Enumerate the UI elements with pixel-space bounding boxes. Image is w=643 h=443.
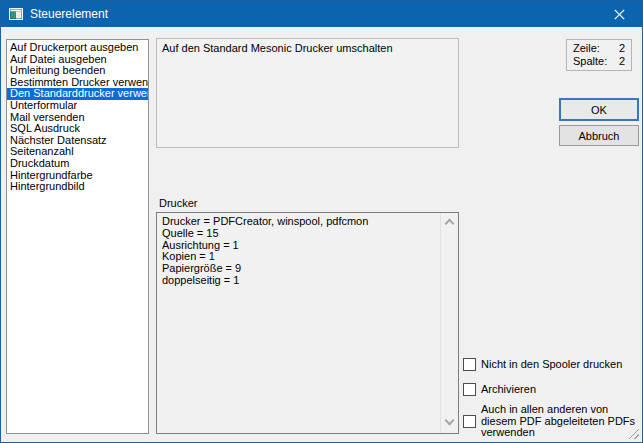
column-label: Spalte: [573, 55, 607, 68]
list-item[interactable]: Hintergrundbild [7, 181, 148, 193]
column-value: 2 [619, 55, 625, 68]
checkbox-icon[interactable] [463, 415, 476, 428]
checkbox-label: Auch in allen anderen von diesem PDF abg… [481, 404, 641, 439]
scroll-up-icon[interactable] [445, 219, 455, 229]
checkbox-label: Nicht in den Spooler drucken [481, 359, 622, 371]
checkbox-row-no-spooler[interactable]: Nicht in den Spooler drucken [463, 358, 622, 371]
row-label: Zeile: [573, 42, 600, 55]
ok-button[interactable]: OK [559, 98, 639, 121]
action-listbox[interactable]: Auf Druckerport ausgeben Auf Datei ausge… [6, 39, 149, 434]
checkbox-icon[interactable] [463, 383, 476, 396]
row-value: 2 [619, 42, 625, 55]
list-item[interactable]: SQL Ausdruck [7, 123, 148, 135]
checkbox-label: Archivieren [481, 384, 536, 396]
list-item[interactable]: Druckdatum [7, 158, 148, 170]
cancel-button[interactable]: Abbruch [559, 125, 639, 146]
window-title: Steuerelement [30, 7, 108, 21]
position-frame: Zeile: 2 Spalte: 2 [566, 39, 632, 71]
vertical-scrollbar[interactable] [440, 213, 458, 433]
close-button[interactable] [597, 1, 642, 27]
dialog-window: Steuerelement Auf Druckerport ausgeben A… [0, 0, 643, 443]
close-icon [614, 9, 625, 20]
list-item[interactable]: Unterformular [7, 100, 148, 112]
form-icon [9, 8, 23, 20]
printer-setting: doppelseitig = 1 [162, 275, 436, 287]
scroll-down-icon[interactable] [445, 416, 455, 426]
printer-settings-textbox[interactable]: Drucker = PDFCreator, winspool, pdfcmon … [156, 212, 459, 434]
checkbox-icon[interactable] [463, 358, 476, 371]
printer-section-label: Drucker [159, 197, 198, 209]
printer-setting: Quelle = 15 [162, 228, 436, 240]
title-bar[interactable]: Steuerelement [1, 1, 642, 27]
checkbox-row-derived-pdfs[interactable]: Auch in allen anderen von diesem PDF abg… [463, 404, 641, 439]
description-textbox[interactable]: Auf den Standard Mesonic Drucker umschal… [156, 38, 459, 148]
list-item[interactable]: Auf Druckerport ausgeben [7, 42, 148, 54]
checkbox-row-archive[interactable]: Archivieren [463, 383, 536, 396]
